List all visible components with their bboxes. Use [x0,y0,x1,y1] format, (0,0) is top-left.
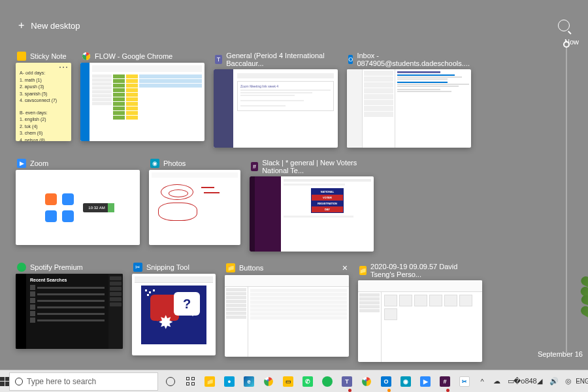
edge-icon: e [244,376,254,387]
tray-onedrive-icon[interactable]: ☁ [491,376,502,387]
cisco-icon: ● [224,376,235,387]
close-icon[interactable]: × [342,263,348,273]
slack-poster: NATIONAL VOTER REGISTRATION DAY [311,188,344,213]
taskbar-app-slack[interactable]: # [435,370,455,393]
window-chrome-flow[interactable]: FLOW - Google Chrome × [80,50,204,148]
window-thumbnail[interactable] [347,69,471,148]
taskbar-app-chrome[interactable] [259,370,278,393]
window-title: 2020-09-19 09.09.57 David Tseng's Perso.… [370,263,481,278]
taskbar-app-teams[interactable]: T [337,370,357,393]
taskbar-app-photos[interactable]: ◉ [396,370,416,393]
folder-icon: 📁 [359,266,367,275]
search-placeholder: Type here to search [27,377,96,386]
spotify-icon [322,376,333,387]
window-snipping-tool[interactable]: ✂ Snipping Tool × ? [132,261,216,362]
window-title: Snipping Tool [146,263,189,271]
window-title: Slack | * general | New Voters National … [262,159,372,174]
cortana-icon [166,377,175,386]
teams-icon: T [342,376,352,387]
tray-location-icon[interactable]: ◎ [563,376,574,387]
window-thumbnail[interactable] [80,63,204,141]
window-explorer-zoom-recording[interactable]: 📁 2020-09-19 09.09.57 David Tseng's Pers… [358,261,482,362]
window-explorer-buttons[interactable]: 📁 Buttons × [225,261,349,362]
slack-icon: # [440,376,450,387]
zoom-time: 10:32 AM [83,203,110,212]
window-thumbnail[interactable]: 10:32 AM [16,170,140,245]
taskbar-search-box[interactable]: Type here to search [9,372,158,391]
notification-badge-icon [387,389,391,392]
whatsapp-icon: ✆ [302,376,313,387]
window-thumbnail[interactable]: NATIONAL VOTER REGISTRATION DAY [250,176,374,252]
window-thumbnail[interactable]: Zoom Meeting link week 4 [214,69,338,148]
sticky-note-icon: ▭ [283,376,293,387]
window-zoom[interactable]: ▶ Zoom × 10:32 AM [16,157,140,252]
taskbar-app-whatsapp[interactable]: ✆ [298,370,318,393]
timeline-now-marker[interactable] [563,41,570,48]
taskbar-pinned-apps: 📁 ● e ▭ ✆ T O ◉ ▶ # ✂ [161,370,474,392]
taskbar-app-snipping[interactable]: ✂ [455,370,474,393]
taskbar-app-spotify[interactable] [318,370,337,393]
taskbar-app-zoom[interactable]: ▶ [416,370,435,393]
windows-logo-icon [0,377,9,386]
sticky-note-icon [17,52,26,61]
window-spotify[interactable]: Spotify Premium × Recent Searches [16,261,123,362]
tray-wifi-icon[interactable]: ◢ [534,376,545,387]
new-desktop-button[interactable]: + New desktop [18,20,80,31]
window-sticky-note[interactable]: Sticky Note × A- odd days: 1. math (1) 2… [16,50,71,148]
timeline-date-label: September 16 [538,350,583,358]
task-view-topbar: + New desktop [16,20,572,31]
new-desktop-label: New desktop [31,21,80,31]
window-photos[interactable]: ◉ Photos × [149,157,240,252]
sticky-content-a: A- odd days: 1. math (1) 2. apush (3) 3.… [20,70,67,105]
tray-language[interactable]: ENG [578,376,588,387]
open-windows-grid: Sticky Note × A- odd days: 1. math (1) 2… [16,50,486,362]
task-view: + New desktop Now September 16 Sticky No… [0,0,588,392]
taskbar-app-outlook[interactable]: O [376,370,396,393]
photos-icon: ◉ [150,159,159,168]
window-title: General (Period 4 International Baccalau… [226,52,336,67]
window-thumbnail[interactable] [225,275,349,357]
chrome-icon [361,376,372,387]
tray-wifi-icon[interactable]: �ο848 [520,376,531,387]
tray-volume-icon[interactable]: 🔊 [549,376,559,387]
window-title: Zoom [30,159,48,167]
window-outlook[interactable]: O Inbox - 0874905@students.dadeschools..… [347,50,471,148]
notification-badge-icon [348,389,351,392]
window-thumbnail[interactable]: Recent Searches [16,274,123,349]
outlook-icon: O [381,376,391,387]
task-view-icon [186,377,195,385]
taskbar-app-cisco[interactable]: ● [220,370,239,393]
folder-icon: 📁 [226,263,235,272]
taskbar-app-edge[interactable]: e [239,370,259,393]
window-title: Spotify Premium [30,263,83,271]
snipping-tool-icon: ✂ [459,376,470,387]
notification-badge-icon [446,389,449,392]
window-title: Inbox - 0874905@students.dadeschools.... [357,52,470,67]
taskbar-app-chrome2[interactable] [357,370,376,393]
taskbar: Type here to search 📁 ● e ▭ ✆ T O ◉ ▶ # … [0,370,588,392]
start-button[interactable] [0,370,9,393]
teams-post-title: Zoom Meeting link week 4 [240,84,331,88]
taskbar-app-sticky[interactable]: ▭ [278,370,298,393]
window-thumbnail[interactable] [149,170,240,245]
photos-icon: ◉ [400,376,411,387]
window-thumbnail[interactable]: ? [132,274,216,355]
window-slack[interactable]: # Slack | * general | New Voters Nationa… [250,157,374,252]
window-thumbnail[interactable] [358,280,482,362]
slack-icon: # [251,162,258,171]
window-title: FLOW - Google Chrome [95,52,172,60]
taskbar-app-explorer[interactable]: 📁 [200,370,220,393]
system-tray: ^ ☁ ▭ �ο848 ◢ 🔊 ◎ ENG [474,370,588,392]
cortana-button[interactable] [161,370,180,393]
search-icon[interactable] [558,20,570,31]
window-teams[interactable]: T General (Period 4 International Baccal… [214,50,338,148]
task-view-button[interactable] [180,370,200,393]
search-icon [15,378,23,385]
tray-chevron-up-icon[interactable]: ^ [477,376,487,387]
sticky-content-b: B- even days: 1. english (2) 2. tok (4) … [20,110,67,142]
window-title: Photos [163,159,186,167]
snipping-tool-icon: ✂ [133,263,142,272]
timeline-track[interactable] [566,41,567,353]
window-thumbnail[interactable]: A- odd days: 1. math (1) 2. apush (3) 3.… [16,63,71,141]
chrome-icon [263,376,274,387]
